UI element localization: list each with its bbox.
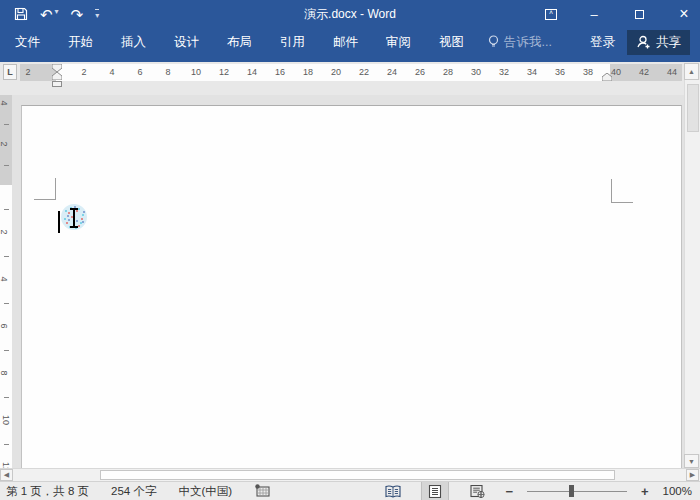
v-ruler-number: 10 xyxy=(1,415,11,425)
h-ruler-number: 4 xyxy=(109,67,114,77)
h-ruler-number: 10 xyxy=(191,67,201,77)
tell-me-label: 告诉我... xyxy=(504,34,552,51)
h-ruler-number: 30 xyxy=(471,67,481,77)
h-ruler-number: 16 xyxy=(275,67,285,77)
tab-home[interactable]: 开始 xyxy=(54,28,107,56)
tell-me-button[interactable]: 告诉我... xyxy=(488,34,552,51)
first-line-indent-marker[interactable] xyxy=(52,64,62,72)
ribbon-display-options-icon[interactable]: ˄ xyxy=(545,9,557,20)
close-button[interactable]: × xyxy=(676,6,692,22)
customize-quick-access-toolbar-icon[interactable]: ▾ xyxy=(95,9,99,20)
quick-access-toolbar: ↶ ▾ ↷ ▾ xyxy=(14,0,99,28)
ribbon-tab-bar: 文件开始插入设计布局引用邮件审阅视图 告诉我... 登录 共享 xyxy=(0,28,700,56)
vertical-scrollbar-thumb[interactable] xyxy=(687,84,699,132)
person-add-icon xyxy=(636,35,651,50)
zoom-slider[interactable] xyxy=(527,482,627,500)
h-ruler-number: 6 xyxy=(137,67,142,77)
status-bar: 第 1 页，共 8 页 254 个字 中文(中国) − + 100% xyxy=(0,481,700,500)
scroll-right-button[interactable]: ▶ xyxy=(686,469,699,481)
h-ruler-number: 44 xyxy=(667,67,677,77)
tab-view[interactable]: 视图 xyxy=(425,28,478,56)
scroll-right-icon: ▶ xyxy=(690,471,695,479)
horizontal-scrollbar[interactable]: ◀ ▶ xyxy=(0,468,700,481)
zoom-in-button[interactable]: + xyxy=(641,484,649,499)
status-right: − + 100% xyxy=(379,482,692,500)
web-layout-icon xyxy=(470,485,485,498)
tab-mailings[interactable]: 邮件 xyxy=(319,28,372,56)
v-ruler-number: 6 xyxy=(0,323,9,328)
status-left: 第 1 页，共 8 页 254 个字 中文(中国) xyxy=(0,484,270,499)
horizontal-scrollbar-thumb[interactable] xyxy=(100,470,615,480)
h-ruler-number: 34 xyxy=(527,67,537,77)
document-page[interactable] xyxy=(21,105,682,468)
v-ruler-tick xyxy=(4,444,9,445)
proofing-status-icon[interactable] xyxy=(254,484,270,498)
h-ruler-number: 8 xyxy=(165,67,170,77)
undo-dropdown-icon[interactable]: ▾ xyxy=(55,7,59,16)
zoom-out-button[interactable]: − xyxy=(505,484,513,499)
window-controls: ˄ – × xyxy=(545,0,692,28)
h-ruler-number: 38 xyxy=(583,67,593,77)
scroll-down-button[interactable]: ▼ xyxy=(684,454,699,468)
v-ruler-tick xyxy=(4,124,9,125)
h-ruler-number: 42 xyxy=(639,67,649,77)
tab-references[interactable]: 引用 xyxy=(266,28,319,56)
read-mode-button[interactable] xyxy=(379,482,407,500)
scroll-left-icon: ◀ xyxy=(4,471,9,479)
v-ruler-tick xyxy=(4,350,9,351)
h-ruler-number: 32 xyxy=(499,67,509,77)
tab-review[interactable]: 审阅 xyxy=(372,28,425,56)
minimize-button[interactable]: – xyxy=(586,6,602,22)
v-ruler-number: 8 xyxy=(0,370,9,375)
v-ruler-number: 2 xyxy=(0,141,9,146)
page-number-status[interactable]: 第 1 页，共 8 页 xyxy=(6,484,89,499)
redo-icon[interactable]: ↷ xyxy=(71,7,84,22)
zoom-percentage[interactable]: 100% xyxy=(663,485,692,497)
save-icon[interactable] xyxy=(14,7,28,21)
tab-stop-selector[interactable]: L xyxy=(3,64,17,80)
share-label: 共享 xyxy=(656,34,681,51)
h-ruler-number: 28 xyxy=(443,67,453,77)
v-ruler-tick xyxy=(4,165,9,166)
tab-file[interactable]: 文件 xyxy=(0,28,54,56)
v-ruler-tick xyxy=(4,256,9,257)
v-ruler-tick xyxy=(4,209,9,210)
h-ruler-number: 14 xyxy=(247,67,257,77)
horizontal-ruler[interactable]: 2246810121416182022242628303234363840424… xyxy=(20,64,682,81)
v-ruler-tick xyxy=(4,303,9,304)
tab-layout[interactable]: 布局 xyxy=(213,28,266,56)
h-ruler-number: 36 xyxy=(555,67,565,77)
language-status[interactable]: 中文(中国) xyxy=(178,484,232,499)
word-count-status[interactable]: 254 个字 xyxy=(111,484,156,499)
read-mode-icon xyxy=(385,485,401,498)
zoom-slider-thumb[interactable] xyxy=(569,485,574,497)
margin-corner-mark-top-left xyxy=(34,178,56,200)
v-ruler-tick xyxy=(4,397,9,398)
h-ruler-number: 22 xyxy=(359,67,369,77)
h-ruler-number: 40 xyxy=(611,67,621,77)
web-layout-button[interactable] xyxy=(463,482,491,500)
h-ruler-number: 2 xyxy=(25,67,30,77)
scroll-up-button[interactable]: ▲ xyxy=(684,63,699,80)
share-button[interactable]: 共享 xyxy=(627,30,690,55)
print-layout-button[interactable] xyxy=(421,482,449,500)
v-ruler-number: 4 xyxy=(0,100,9,105)
tab-design[interactable]: 设计 xyxy=(160,28,213,56)
scroll-left-button[interactable]: ◀ xyxy=(0,469,13,481)
vertical-ruler[interactable]: 4224681012 xyxy=(0,95,12,468)
sign-in-button[interactable]: 登录 xyxy=(590,34,615,51)
h-ruler-number: 24 xyxy=(387,67,397,77)
lightbulb-icon xyxy=(488,35,499,49)
maximize-button[interactable] xyxy=(631,6,647,22)
hanging-indent-marker[interactable] xyxy=(52,72,62,80)
left-indent-marker[interactable] xyxy=(52,81,62,87)
h-ruler-number: 18 xyxy=(303,67,313,77)
window-title: 演示.docx - Word xyxy=(304,0,396,28)
tab-insert[interactable]: 插入 xyxy=(107,28,160,56)
zoom-slider-track xyxy=(527,491,627,492)
vertical-scrollbar[interactable] xyxy=(684,80,700,454)
document-area: 4224681012 xyxy=(0,95,684,468)
undo-icon[interactable]: ↶ xyxy=(40,7,53,22)
ruler-band: L 22468101214161820222426283032343638404… xyxy=(0,62,700,95)
scroll-up-icon: ▲ xyxy=(688,68,695,75)
